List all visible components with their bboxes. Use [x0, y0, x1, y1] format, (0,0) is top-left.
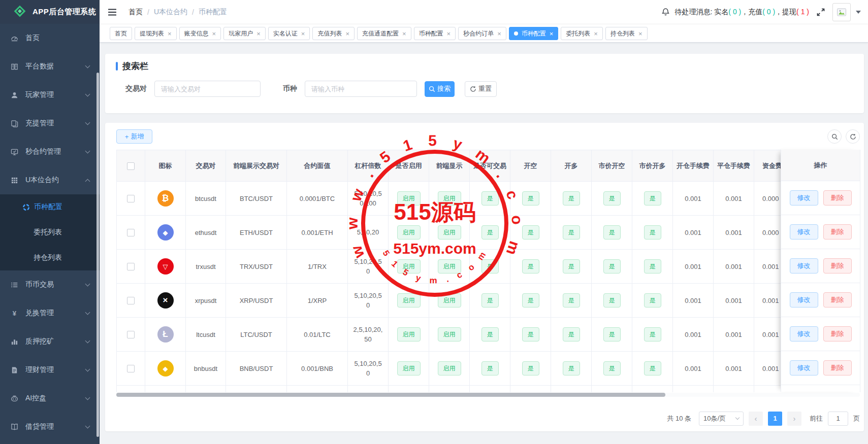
sidebar-item-ai-control[interactable]: AI控盘: [0, 384, 100, 413]
app-title: APP后台管理系统: [33, 7, 96, 17]
tab-close-icon[interactable]: ×: [550, 30, 554, 37]
tab-home[interactable]: 首页: [110, 27, 132, 40]
sidebar-item-coin-trade[interactable]: 币币交易: [0, 270, 100, 299]
tab-close-icon[interactable]: ×: [402, 30, 406, 37]
table-refresh-button[interactable]: [846, 129, 860, 144]
sidebar-item-home[interactable]: 首页: [0, 24, 100, 52]
row-checkbox[interactable]: [127, 195, 135, 202]
sidebar-item-exchange-manage[interactable]: ¥兑换管理: [0, 299, 100, 327]
table-search-button[interactable]: [827, 129, 842, 144]
sidebar-item-seconds-contract[interactable]: 秒合约管理: [0, 138, 100, 166]
sidebar-item-u-contract[interactable]: U本位合约: [0, 166, 100, 194]
edit-button[interactable]: 修改: [790, 224, 818, 240]
next-page-button[interactable]: ›: [787, 412, 801, 426]
tab-close-icon[interactable]: ×: [345, 30, 349, 37]
row-market_long-cell: 是: [632, 318, 673, 352]
status-tag: 是: [481, 293, 499, 308]
data-icon: [11, 62, 19, 71]
goto-page-input[interactable]: [828, 412, 848, 426]
delete-button[interactable]: 删除: [823, 224, 852, 240]
sidebar-item-lending-manage[interactable]: 借贷管理: [0, 413, 100, 441]
row-checkbox[interactable]: [127, 331, 135, 338]
horizontal-scrollbar-thumb[interactable]: [116, 393, 665, 397]
coin-input[interactable]: [305, 81, 417, 97]
tab-coin-config-a[interactable]: 币种配置×: [414, 27, 456, 40]
message-count[interactable]: ( 0 ): [762, 8, 775, 16]
sidebar-subitem-position-list[interactable]: 持仓列表: [0, 245, 100, 270]
row-checkbox[interactable]: [127, 365, 135, 372]
sidebar-scrollbar[interactable]: [97, 73, 99, 437]
current-page-button[interactable]: 1: [768, 412, 782, 426]
delete-button[interactable]: 删除: [823, 360, 852, 375]
sidebar-subitem-entrust-list[interactable]: 委托列表: [0, 220, 100, 245]
pair-input[interactable]: [154, 81, 261, 97]
tab-label: 持仓列表: [610, 29, 635, 38]
delete-button[interactable]: 删除: [823, 258, 852, 274]
reset-button[interactable]: 重置: [465, 81, 497, 97]
message-count[interactable]: ( 1 ): [796, 8, 809, 16]
sidebar-item-label: AI控盘: [25, 394, 86, 403]
edit-button[interactable]: 修改: [790, 326, 818, 341]
sidebar-item-deposit-withdraw[interactable]: 充提管理: [0, 109, 100, 138]
delete-button[interactable]: 删除: [823, 190, 852, 206]
chevron-down-icon: [85, 310, 90, 315]
tab-close-icon[interactable]: ×: [212, 30, 216, 37]
tab-close-icon[interactable]: ×: [594, 30, 598, 37]
tab-player-user[interactable]: 玩家用户×: [223, 27, 266, 40]
delete-button[interactable]: 删除: [823, 292, 852, 308]
tab-close-icon[interactable]: ×: [497, 30, 501, 37]
avatar[interactable]: [832, 3, 851, 21]
status-tag: 启用: [438, 191, 461, 206]
partial-cell: [389, 386, 429, 392]
message-count[interactable]: ( 0 ): [728, 8, 741, 16]
edit-button[interactable]: 修改: [790, 190, 818, 206]
sidebar-item-wealth-manage[interactable]: 理财管理: [0, 356, 100, 384]
tab-close-icon[interactable]: ×: [638, 30, 642, 37]
row-market_long-cell: 是: [632, 250, 673, 284]
sidebar-item-player-manage[interactable]: 玩家管理: [0, 81, 100, 109]
hamburger-icon[interactable]: [107, 7, 117, 17]
tab-coin-config-b[interactable]: 币种配置×: [509, 27, 559, 40]
row-tradable-cell: 是: [470, 284, 510, 318]
row-checkbox[interactable]: [127, 297, 135, 304]
tab-close-icon[interactable]: ×: [447, 30, 451, 37]
edit-button[interactable]: 修改: [790, 360, 818, 375]
tab-close-icon[interactable]: ×: [256, 30, 261, 37]
row-checkbox[interactable]: [127, 263, 135, 270]
prev-page-button[interactable]: ‹: [749, 412, 763, 426]
sidebar-item-staking-mining[interactable]: 质押挖矿: [0, 327, 100, 356]
tab-real-name-auth[interactable]: 实名认证×: [268, 27, 310, 40]
tab-label: 充值列表: [317, 29, 342, 38]
chevron-down-icon[interactable]: [856, 11, 861, 14]
search-button[interactable]: 搜索: [425, 81, 455, 97]
row-open_short-cell: 是: [510, 318, 551, 352]
edit-button[interactable]: 修改: [790, 258, 818, 274]
tab-close-icon[interactable]: ×: [168, 30, 172, 37]
tab-entrust-list[interactable]: 委托列表×: [561, 27, 603, 40]
delete-button[interactable]: 删除: [823, 326, 852, 341]
tab-close-icon[interactable]: ×: [301, 30, 305, 37]
tab-position-list[interactable]: 持仓列表×: [605, 27, 648, 40]
bell-icon[interactable]: [661, 8, 670, 16]
tab-label: 币种配置: [419, 29, 443, 38]
sidebar-item-platform-data[interactable]: 平台数据: [0, 52, 100, 81]
partial-cell: [551, 386, 592, 392]
tab-recharge-list[interactable]: 充值列表×: [312, 27, 355, 40]
edit-button[interactable]: 修改: [790, 292, 818, 308]
tab-account-change[interactable]: 账变信息×: [179, 27, 221, 40]
tab-recharge-channel[interactable]: 充值通道配置×: [357, 27, 411, 40]
page-size-select[interactable]: 10条/页: [699, 412, 744, 426]
add-button[interactable]: +新增: [116, 129, 152, 144]
sidebar-subitem-label: 委托列表: [34, 228, 62, 237]
breadcrumb-item[interactable]: 首页: [128, 8, 143, 17]
horizontal-scrollbar: [116, 393, 860, 397]
tab-seconds-order[interactable]: 秒合约订单×: [458, 27, 506, 40]
tab-withdraw-list[interactable]: 提现列表×: [135, 27, 177, 40]
row-display-pair: BTC/USDT: [226, 182, 287, 216]
fullscreen-icon[interactable]: [816, 8, 825, 17]
row-pair: ethusdt: [186, 216, 226, 250]
row-checkbox[interactable]: [127, 229, 135, 236]
select-all-checkbox[interactable]: [127, 162, 135, 170]
row-actions: 修改删除: [781, 283, 860, 317]
sidebar-subitem-coin-config[interactable]: 币种配置: [0, 194, 100, 220]
